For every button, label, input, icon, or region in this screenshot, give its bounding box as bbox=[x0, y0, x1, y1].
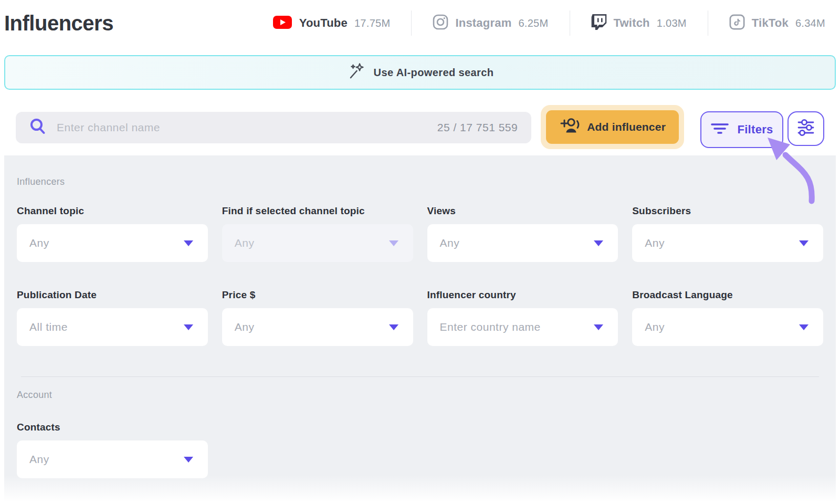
influencer-country-select[interactable]: Enter country name bbox=[427, 308, 618, 346]
filters-grid: Channel topic Any Find if selected chann… bbox=[17, 205, 823, 346]
dropdown-arrow-icon bbox=[184, 240, 193, 246]
dropdown-arrow-icon bbox=[184, 457, 193, 463]
dropdown-arrow-icon bbox=[799, 240, 808, 246]
select-value: Any bbox=[235, 321, 255, 333]
field-broadcast-language: Broadcast Language Any bbox=[632, 289, 823, 346]
filters-panel-body: Influencers Channel topic Any Find if se… bbox=[4, 155, 836, 504]
section-divider bbox=[21, 376, 819, 377]
page-title: Influencers bbox=[4, 12, 113, 35]
tiktok-icon bbox=[729, 14, 745, 32]
tab-youtube-count: 17.75M bbox=[354, 17, 391, 29]
contacts-select[interactable]: Any bbox=[17, 440, 208, 478]
select-value: Any bbox=[645, 321, 665, 333]
select-value: Any bbox=[29, 237, 49, 249]
field-label: Channel topic bbox=[17, 205, 208, 217]
select-value: Enter country name bbox=[440, 321, 541, 333]
instagram-icon bbox=[433, 14, 448, 32]
influencers-page: Influencers YouTube 17.75M bbox=[0, 0, 840, 504]
tab-youtube[interactable]: YouTube 17.75M bbox=[251, 10, 412, 36]
channel-search-box[interactable]: 25 / 17 751 559 bbox=[16, 112, 531, 143]
tab-tiktok-label: TikTok bbox=[752, 16, 789, 30]
dropdown-arrow-icon bbox=[389, 240, 398, 246]
platform-tabs: YouTube 17.75M Instagram 6.25M bbox=[251, 10, 835, 36]
field-publication-date: Publication Date All time bbox=[17, 289, 208, 346]
field-channel-topic: Channel topic Any bbox=[17, 205, 208, 262]
tab-instagram-count: 6.25M bbox=[518, 17, 548, 29]
header: Influencers YouTube 17.75M bbox=[0, 0, 840, 46]
select-value: Any bbox=[235, 237, 255, 249]
field-contacts: Contacts Any bbox=[17, 422, 208, 478]
channel-topic-select[interactable]: Any bbox=[17, 224, 208, 262]
dropdown-arrow-icon bbox=[594, 240, 603, 246]
field-find-if-selected-channel-topic: Find if selected channel topic Any bbox=[222, 205, 413, 262]
field-subscribers: Subscribers Any bbox=[632, 205, 823, 262]
twitch-icon bbox=[591, 14, 607, 32]
add-influencer-button-inner: Add influencer bbox=[546, 110, 679, 144]
search-toolbar-row: 25 / 17 751 559 Add influencer bbox=[4, 101, 836, 155]
views-select[interactable]: Any bbox=[427, 224, 618, 262]
tab-tiktok-count: 6.34M bbox=[795, 17, 825, 29]
section-label-influencers: Influencers bbox=[17, 176, 823, 187]
select-value: Any bbox=[645, 237, 665, 249]
results-count: 25 / 17 751 559 bbox=[437, 121, 518, 134]
field-label: Subscribers bbox=[632, 205, 823, 217]
field-label: Broadcast Language bbox=[632, 289, 823, 301]
field-label: Price $ bbox=[222, 289, 413, 301]
filters-button[interactable]: Filters bbox=[700, 111, 783, 148]
ai-banner-label: Use AI-powered search bbox=[374, 67, 494, 79]
filter-lines-icon bbox=[710, 122, 729, 138]
tab-twitch-label: Twitch bbox=[614, 16, 650, 30]
magic-wand-icon bbox=[346, 61, 365, 83]
filters-button-label: Filters bbox=[737, 123, 773, 136]
youtube-icon bbox=[272, 15, 292, 32]
tab-instagram[interactable]: Instagram 6.25M bbox=[411, 10, 569, 36]
select-value: Any bbox=[29, 453, 49, 466]
tab-twitch-count: 1.03M bbox=[657, 17, 687, 29]
add-user-icon bbox=[559, 117, 580, 137]
search-icon bbox=[29, 118, 46, 137]
tab-instagram-label: Instagram bbox=[455, 16, 511, 30]
broadcast-language-select[interactable]: Any bbox=[632, 308, 823, 346]
price-select[interactable]: Any bbox=[222, 308, 413, 346]
add-influencer-label: Add influencer bbox=[587, 121, 666, 133]
field-label: Contacts bbox=[17, 422, 208, 433]
sliders-icon bbox=[795, 117, 817, 141]
select-value: All time bbox=[29, 321, 68, 333]
field-label: Views bbox=[427, 205, 618, 217]
ai-powered-search-banner[interactable]: Use AI-powered search bbox=[4, 55, 836, 90]
dropdown-arrow-icon bbox=[389, 324, 398, 330]
field-label: Publication Date bbox=[17, 289, 208, 301]
dropdown-arrow-icon bbox=[594, 324, 603, 330]
field-influencer-country: Influencer country Enter country name bbox=[427, 289, 618, 346]
field-label: Influencer country bbox=[427, 289, 618, 301]
add-influencer-button[interactable]: Add influencer bbox=[541, 105, 684, 149]
influencer-search-panel: 25 / 17 751 559 Add influencer bbox=[4, 101, 836, 504]
section-label-account: Account bbox=[17, 390, 823, 401]
advanced-filters-button[interactable] bbox=[788, 111, 824, 146]
select-value: Any bbox=[440, 237, 460, 249]
channel-search-input[interactable] bbox=[57, 121, 427, 134]
publication-date-select[interactable]: All time bbox=[17, 308, 208, 346]
field-label: Find if selected channel topic bbox=[222, 205, 413, 217]
find-if-selected-channel-topic-select: Any bbox=[222, 224, 413, 262]
dropdown-arrow-icon bbox=[799, 324, 808, 330]
field-views: Views Any bbox=[427, 205, 618, 262]
field-price: Price $ Any bbox=[222, 289, 413, 346]
tab-twitch[interactable]: Twitch 1.03M bbox=[570, 10, 708, 36]
tab-youtube-label: YouTube bbox=[299, 16, 348, 30]
tab-tiktok[interactable]: TikTok 6.34M bbox=[708, 10, 835, 36]
subscribers-select[interactable]: Any bbox=[632, 224, 823, 262]
dropdown-arrow-icon bbox=[184, 324, 193, 330]
